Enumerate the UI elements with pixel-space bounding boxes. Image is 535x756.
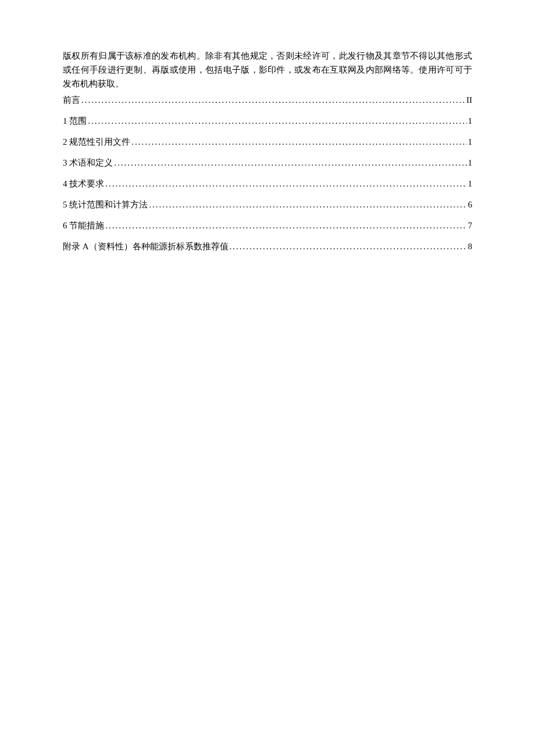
toc-leader [88,114,466,128]
toc-label: 3 术语和定义 [63,156,113,170]
toc-leader [230,239,467,253]
toc-leader [131,135,466,149]
toc-label: 6 节能措施 [63,218,104,232]
toc-page: 1 [468,177,473,191]
toc-entry: 5 统计范围和计算方法 6 [63,198,472,212]
toc-label: 前言 [63,93,80,107]
toc-page: 1 [468,135,473,149]
toc-entry: 3 术语和定义 1 [63,156,472,170]
toc-page: 8 [468,239,473,253]
toc-leader [105,218,466,232]
toc-entry: 4 技术要求 1 [63,177,472,191]
toc-page: 6 [468,198,473,212]
toc-label: 1 范围 [63,114,87,128]
toc-page: 7 [468,218,473,232]
toc-label: 附录 A（资料性）各种能源折标系数推荐值 [63,239,229,253]
toc-leader [105,177,466,191]
table-of-contents: 前言 II 1 范围 1 2 规范性引用文件 1 3 术语和定义 1 4 技术要… [63,93,472,253]
toc-leader [81,93,465,107]
toc-label: 2 规范性引用文件 [63,135,130,149]
toc-leader [114,156,466,170]
toc-leader [149,198,466,212]
toc-entry: 前言 II [63,93,472,107]
toc-page: 1 [468,114,473,128]
toc-label: 4 技术要求 [63,177,104,191]
toc-entry: 附录 A（资料性）各种能源折标系数推荐值 8 [63,239,472,253]
toc-page: II [466,93,472,107]
toc-entry: 6 节能措施 7 [63,218,472,232]
toc-entry: 2 规范性引用文件 1 [63,135,472,149]
toc-label: 5 统计范围和计算方法 [63,198,148,212]
copyright-notice: 版权所有归属于该标准的发布机构。除非有其他规定，否则未经许可，此发行物及其章节不… [63,49,472,91]
toc-entry: 1 范围 1 [63,114,472,128]
toc-page: 1 [468,156,473,170]
